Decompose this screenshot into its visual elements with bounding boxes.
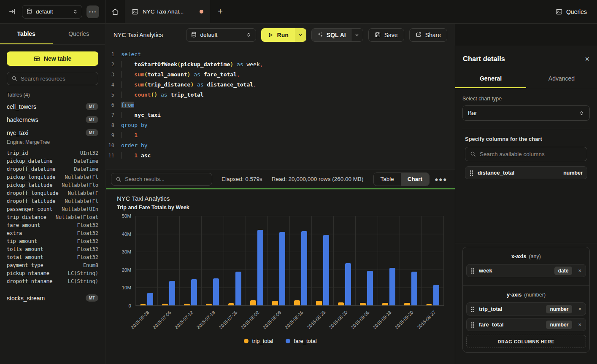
results-search-input[interactable] [125,176,208,182]
search-icon [116,176,122,182]
column-name: trip_id [7,149,28,157]
sidebar: Tables Queries New table Tables (4) cell… [0,24,105,364]
x-axis-hint: (any) [529,253,540,259]
engine-badge: MT [86,103,98,110]
collapse-sidebar-button[interactable] [6,6,18,18]
tab-advanced[interactable]: Advanced [526,70,597,88]
bar-fare_total [147,293,153,305]
bar-fare_total [301,231,307,305]
results-toolbar: Elapsed: 0.579s Read: 20,000,000 rows (2… [106,170,455,188]
close-icon[interactable]: × [585,55,589,63]
new-tab-button[interactable]: + [210,0,230,23]
chevron-sort-icon [579,111,584,116]
run-options-button[interactable] [295,28,306,42]
main-area: NYC Taxi Analytics default Run SQL AI [106,24,455,364]
drag-handle-icon [471,322,475,328]
queries-button[interactable]: Queries [546,0,597,23]
chart-view-button[interactable]: Chart [401,173,429,186]
x-axis-items: weekdate× [466,264,586,277]
remove-icon[interactable]: × [578,267,581,274]
legend-dot [244,339,249,343]
column-name: tip_amount [7,237,37,245]
remove-icon[interactable]: × [578,306,581,312]
new-table-button[interactable]: New table [7,51,98,66]
y-axis-label: y-axis [507,292,521,298]
column-row: extraFloat32 [0,229,105,237]
unsaved-indicator-dot [200,10,203,13]
column-chip-trip_total[interactable]: trip_totalnumber× [466,302,586,315]
top-strip: default ●●● NYC Taxi Anal... + Queries [0,0,597,24]
bar-trip_total [382,303,388,305]
home-button[interactable] [105,0,125,23]
columns-search-input[interactable] [480,151,582,157]
toolbar-database-selector[interactable]: default [186,28,256,42]
sql-ai-button[interactable]: SQL AI [312,29,351,41]
column-name: extra [7,229,22,237]
sidebar-tab-queries[interactable]: Queries [53,24,105,44]
y-axis-section: y-axis(number) trip_totalnumber×fare_tot… [463,285,589,352]
column-chip-fare_total[interactable]: fare_totalnumber× [466,318,586,331]
tab-general[interactable]: General [455,70,526,88]
run-button[interactable]: Run [261,28,295,42]
column-name: dropoff_datetime [7,165,56,173]
column-chip-week[interactable]: weekdate× [466,264,586,277]
legend-item-trip_total[interactable]: trip_total [244,338,273,344]
results-search[interactable] [111,173,212,186]
sidebar-more-button[interactable]: ●●● [86,5,99,18]
code-text: sum(total_amount) as fare_total, [121,70,240,80]
column-name: fare_amount [7,221,40,229]
sidebar-table-hackernews[interactable]: hackernewsMT [0,113,105,126]
chart-category [334,216,356,305]
save-button[interactable]: Save [368,28,404,42]
results-more-button[interactable]: ●●● [435,176,447,183]
column-type-badge: number [546,305,572,313]
sidebar-database-selector[interactable]: default [22,5,82,19]
y-axis-tick: 0 [129,303,131,308]
sidebar-table-nyc_taxi[interactable]: nyc_taxiMT [0,126,105,139]
column-type: Float32 [77,245,98,253]
share-button[interactable]: Share [409,28,447,42]
sidebar-search-input[interactable] [21,75,95,82]
toolbar-database-name: default [200,32,243,38]
drop-zone[interactable]: DRAG COLUMNS HERE [466,335,586,348]
engine-badge: MT [86,294,98,302]
x-axis-labels: 2015-06-282015-07-052015-07-122015-07-19… [135,306,444,337]
sql-ai-options-button[interactable] [351,29,363,41]
code-line: 6from [106,100,455,110]
column-row: tolls_amountFloat32 [0,245,105,253]
sidebar-tab-tables[interactable]: Tables [0,24,53,44]
chart-category [224,216,246,305]
remove-icon[interactable]: × [578,321,581,328]
column-row: pickup_latitudeNullable(Flo [0,181,105,189]
query-tab[interactable]: NYC Taxi Anal... [125,0,210,23]
bar-fare_total [367,271,373,305]
line-number: 1 [106,49,121,59]
columns-search[interactable] [465,147,587,161]
table-view-button[interactable]: Table [374,173,401,186]
chart-category [356,216,378,305]
y-axis-tick: 20M [122,267,131,272]
code-text: sum(trip_distance) as distance_total, [121,80,257,90]
chart-type-label: Select chart type [462,96,590,102]
column-row: dropoff_longitudeNullable(F [0,189,105,197]
chart-category [312,216,334,305]
column-chip-distance_total[interactable]: distance_totalnumber [465,166,587,179]
column-row: total_amountFloat32 [0,253,105,262]
sql-editor[interactable]: 1select2 toStartOfWeek(pickup_datetime) … [106,46,455,170]
column-name: dropoff_longitude [7,189,59,197]
engine-badge: MT [86,129,98,136]
sidebar-search[interactable] [7,72,98,85]
chart-details-panel: Chart details × General Advanced Select … [455,46,597,364]
column-type: Nullable(UIn [62,205,98,213]
column-name: dropoff_latitude [7,197,56,205]
sidebar-tabs: Tables Queries [0,24,105,45]
sidebar-table-stocks_stream[interactable]: stocks_streamMT [0,291,105,305]
bar-trip_total [206,304,212,305]
sidebar-table-cell_towers[interactable]: cell_towersMT [0,100,105,113]
legend-item-fare_total[interactable]: fare_total [286,338,316,344]
column-row: dropoff_ntanameLC(String) [0,278,105,286]
table-name: nyc_taxi [7,129,28,136]
code-line: 2 toStartOfWeek(pickup_datetime) as week… [106,59,455,70]
chart-type-select[interactable]: Bar [462,105,590,121]
line-number: 2 [106,59,121,70]
